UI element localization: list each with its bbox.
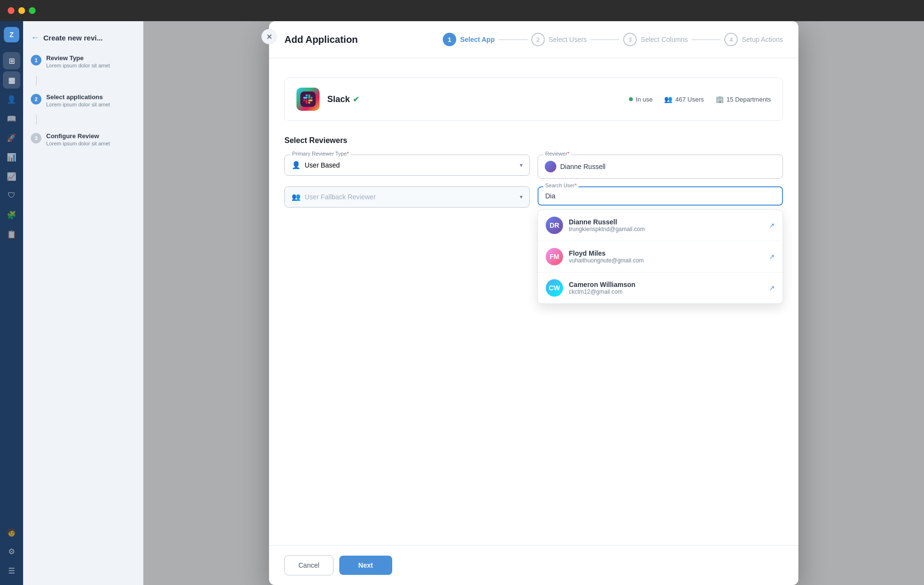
app-meta: In use 👥 467 Users 🏢 15 Departments	[629, 95, 771, 103]
user-info-0: Dianne Russell trungkienspktnd@gamail.co…	[569, 218, 763, 233]
back-button[interactable]: ←	[31, 33, 39, 43]
external-link-icon-1[interactable]: ↗	[769, 253, 775, 260]
reviewer-value: Dianne Russell	[560, 163, 605, 170]
nav-icon-calendar[interactable]: ▦	[3, 71, 20, 89]
modal: ✕ Add Application 1 Select App	[269, 21, 798, 585]
nav-icon-avatar[interactable]: 🧑	[3, 523, 20, 541]
step-label-3: Configure Review	[46, 132, 135, 140]
nav-icon-clipboard[interactable]: 📋	[3, 225, 20, 243]
step-number-2: 2	[31, 94, 41, 104]
step-content-3: Configure Review Lorem ipsum dolor sit a…	[46, 132, 135, 146]
stepper-step-2[interactable]: 2 Select Users	[531, 33, 587, 46]
traffic-light-red[interactable]	[8, 7, 14, 14]
reviewer-group: Reviewer Dianne Russell	[538, 155, 783, 179]
step-divider-2	[36, 115, 37, 125]
nav-icon-bar-chart[interactable]: 📈	[3, 168, 20, 185]
stepper: 1 Select App 2 Select Users 3	[443, 33, 783, 46]
app-name-wrapper: Slack ✔	[327, 94, 359, 104]
svg-rect-0	[300, 91, 316, 107]
dropdown-item-2[interactable]: CW Cameron Williamson ckctm12@gmail.com …	[538, 273, 783, 303]
stepper-line-3	[692, 39, 720, 40]
sidebar-step-1: 1 Review Type Lorem ipsum dolor sit amet	[31, 54, 135, 68]
search-user-field[interactable]	[538, 186, 783, 206]
step-desc-1: Lorem ipsum dolor sit amet	[46, 63, 135, 68]
step-label-2: Select applications	[46, 93, 135, 101]
user-email-2: ckctm12@gmail.com	[569, 288, 763, 295]
stepper-label-4: Setup Actions	[742, 36, 783, 43]
user-email-0: trungkienspktnd@gamail.com	[569, 226, 763, 233]
stepper-circle-4: 4	[724, 33, 738, 46]
fallback-dropdown-arrow-icon: ▾	[520, 194, 523, 200]
modal-header: Add Application 1 Select App 2 Select Us…	[269, 21, 798, 58]
external-link-icon-0[interactable]: ↗	[769, 221, 775, 229]
stepper-line-2	[590, 39, 619, 40]
stepper-circle-3: 3	[623, 33, 637, 46]
step-content-2: Select applications Lorem ipsum dolor si…	[46, 93, 135, 107]
stepper-label-1: Select App	[460, 36, 495, 43]
dropdown-arrow-icon: ▾	[520, 162, 523, 169]
step-desc-3: Lorem ipsum dolor sit amet	[46, 141, 135, 146]
traffic-light-green[interactable]	[29, 7, 36, 14]
nav-icon-book[interactable]: 📖	[3, 110, 20, 127]
reviewer-avatar	[545, 161, 556, 172]
traffic-light-yellow[interactable]	[18, 7, 25, 14]
step-content-1: Review Type Lorem ipsum dolor sit amet	[46, 54, 135, 68]
nav-icon-settings[interactable]: ⚙	[3, 543, 20, 560]
external-link-icon-2[interactable]: ↗	[769, 284, 775, 292]
step-desc-2: Lorem ipsum dolor sit amet	[46, 102, 135, 107]
primary-reviewer-value: User Based	[305, 161, 516, 169]
main-content: ✕ Add Application 1 Select App	[143, 21, 924, 585]
stepper-step-1[interactable]: 1 Select App	[443, 33, 495, 46]
fallback-reviewer-group: 👥 User Fallback Reviewer ▾	[284, 186, 530, 208]
reviewer-field[interactable]: Dianne Russell	[538, 155, 783, 179]
user-avatar-0: DR	[546, 217, 563, 234]
fallback-reviewer-value: User Fallback Reviewer	[305, 193, 516, 201]
nav-icon-rocket[interactable]: 🚀	[3, 129, 20, 146]
user-name-0: Dianne Russell	[569, 218, 763, 226]
nav-icon-puzzle[interactable]: 🧩	[3, 206, 20, 223]
modal-footer: Cancel Next	[269, 545, 798, 585]
modal-title: Add Application	[284, 34, 358, 45]
app-name: Slack ✔	[327, 94, 359, 104]
sidebar-header: ← Create new revi...	[31, 33, 135, 43]
modal-close-button[interactable]: ✕	[261, 29, 277, 44]
fallback-reviewer-select[interactable]: 👥 User Fallback Reviewer ▾	[284, 186, 530, 208]
content-sidebar: ← Create new revi... 1 Review Type Lorem…	[23, 21, 143, 585]
next-button[interactable]: Next	[339, 556, 392, 575]
modal-overlay: ✕ Add Application 1 Select App	[143, 21, 924, 585]
departments-icon: 🏢	[716, 95, 724, 103]
users-icon: 👥	[664, 95, 672, 103]
stepper-step-4[interactable]: 4 Setup Actions	[724, 33, 783, 46]
sidebar-step-2: 2 Select applications Lorem ipsum dolor …	[31, 93, 135, 107]
primary-reviewer-select[interactable]: 👤 User Based ▾	[284, 155, 530, 176]
nav-icon-menu[interactable]: ☰	[3, 562, 20, 579]
user-name-1: Floyd Miles	[569, 249, 763, 257]
nav-icon-user[interactable]: 👤	[3, 91, 20, 108]
search-user-input[interactable]	[545, 192, 775, 200]
app-card: Slack ✔ In use 👥 467 Users	[284, 78, 783, 121]
slack-icon	[296, 88, 320, 111]
departments-badge: 🏢 15 Departments	[716, 95, 771, 103]
form-row-2: 👥 User Fallback Reviewer ▾ Search User	[284, 186, 783, 208]
nav-icon-chart[interactable]: 📊	[3, 148, 20, 166]
search-user-group: Search User DR	[538, 186, 783, 208]
step-number-3: 3	[31, 133, 41, 143]
fallback-icon: 👥	[292, 193, 301, 201]
stepper-circle-2: 2	[531, 33, 545, 46]
user-based-icon: 👤	[292, 161, 301, 169]
app-container: Z ⊞ ▦ 👤 📖 🚀 📊 📈 🛡 🧩 📋 🧑 ⚙ ☰ ← Create new…	[0, 21, 924, 585]
cancel-button[interactable]: Cancel	[284, 555, 334, 575]
step-label-1: Review Type	[46, 54, 135, 62]
nav-sidebar: Z ⊞ ▦ 👤 📖 🚀 📊 📈 🛡 🧩 📋 🧑 ⚙ ☰	[0, 21, 23, 585]
dropdown-item-0[interactable]: DR Dianne Russell trungkienspktnd@gamail…	[538, 210, 783, 241]
title-bar	[0, 0, 924, 21]
sidebar-title: Create new revi...	[43, 34, 103, 42]
nav-icon-grid[interactable]: ⊞	[3, 52, 20, 69]
stepper-step-3[interactable]: 3 Select Columns	[623, 33, 688, 46]
nav-logo[interactable]: Z	[4, 27, 19, 42]
dropdown-item-1[interactable]: FM Floyd Miles vuhaithuongnute@gmail.com…	[538, 241, 783, 273]
stepper-label-2: Select Users	[549, 36, 587, 43]
nav-icon-shield[interactable]: 🛡	[3, 187, 20, 204]
sidebar-step-3: 3 Configure Review Lorem ipsum dolor sit…	[31, 132, 135, 146]
verified-icon: ✔	[353, 95, 359, 104]
